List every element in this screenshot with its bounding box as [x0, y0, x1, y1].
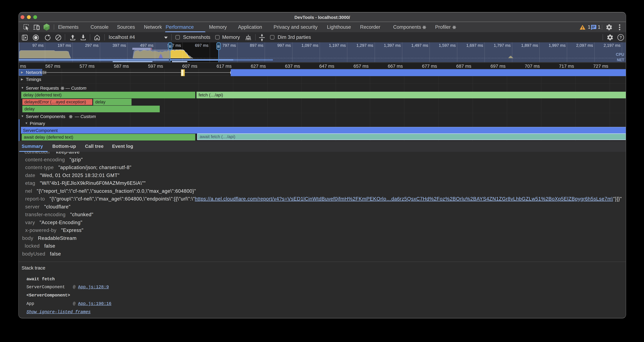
svg-text:?: ?: [620, 35, 622, 40]
